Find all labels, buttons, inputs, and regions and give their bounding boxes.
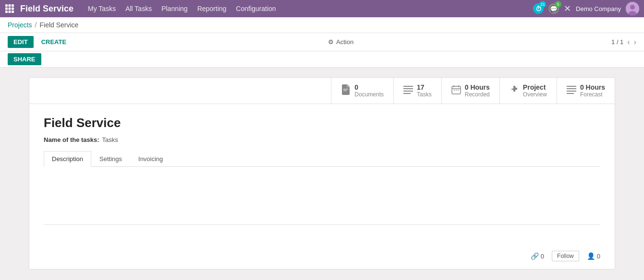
- card-footer: 🔗 0 Follow 👤 0: [29, 246, 615, 269]
- messages-count: 5: [555, 1, 561, 8]
- tab-content-description: [44, 176, 600, 215]
- breadcrumb-separator: /: [35, 21, 37, 29]
- divider: [44, 224, 600, 225]
- user-avatar[interactable]: [626, 2, 639, 15]
- stat-project-overview[interactable]: Project Overview: [499, 78, 557, 104]
- field-row-tasks: Name of the tasks: Tasks: [44, 136, 600, 143]
- nav-my-tasks[interactable]: My Tasks: [88, 5, 116, 12]
- nav-configuration[interactable]: Configuration: [236, 5, 276, 12]
- navbar-right: ⏱ 31 💬 5 ✕ Demo Company: [533, 2, 639, 15]
- tasks-badge-btn[interactable]: ⏱ 31: [533, 3, 544, 14]
- paperclip-icon: 🔗: [531, 252, 539, 260]
- stat-hours-forecast[interactable]: 0 Hours Forecast: [557, 78, 615, 104]
- main-area: 0 Documents 17 Tasks: [0, 68, 644, 280]
- svg-rect-4: [9, 8, 11, 10]
- svg-rect-8: [12, 11, 14, 13]
- nav-all-tasks[interactable]: All Tasks: [125, 5, 152, 12]
- breadcrumb: Projects / Field Service: [0, 17, 644, 33]
- stat-tasks-label: 17 Tasks: [417, 83, 432, 98]
- field-value: Tasks: [102, 136, 118, 143]
- attachments-item[interactable]: 🔗 0: [531, 252, 544, 260]
- puzzle-icon: [510, 85, 519, 97]
- create-button[interactable]: CREATE: [37, 36, 70, 48]
- project-title: Field Service: [44, 116, 600, 130]
- svg-point-10: [630, 5, 635, 10]
- tab-settings[interactable]: Settings: [91, 151, 130, 167]
- nav-reporting[interactable]: Reporting: [197, 5, 227, 12]
- action-label: Action: [336, 38, 353, 46]
- close-icon[interactable]: ✕: [564, 3, 571, 14]
- tabs: Description Settings Invoicing: [44, 151, 600, 167]
- prev-button[interactable]: ‹: [627, 38, 630, 47]
- navbar-menu: My Tasks All Tasks Planning Reporting Co…: [88, 5, 533, 12]
- project-card: 0 Documents 17 Tasks: [29, 77, 615, 269]
- svg-rect-0: [5, 4, 8, 7]
- company-name: Demo Company: [576, 5, 621, 12]
- app-title: Field Service: [20, 4, 73, 14]
- tasks-count: 31: [539, 1, 546, 8]
- navbar: Field Service My Tasks All Tasks Plannin…: [0, 0, 644, 17]
- messages-badge-btn[interactable]: 💬 5: [548, 3, 559, 14]
- svg-rect-3: [5, 8, 8, 10]
- calendar-icon: [451, 85, 461, 97]
- stat-documents[interactable]: 0 Documents: [331, 78, 393, 104]
- stat-hours-recorded[interactable]: 0 Hours Recorded: [441, 78, 499, 104]
- stats-bar: 0 Documents 17 Tasks: [29, 78, 615, 104]
- svg-rect-2: [12, 4, 14, 7]
- app-grid-icon[interactable]: [5, 4, 14, 13]
- action-button[interactable]: ⚙ Action: [324, 36, 357, 48]
- document-icon: [341, 84, 351, 97]
- next-button[interactable]: ›: [634, 38, 636, 47]
- share-bar: SHARE: [0, 51, 644, 68]
- gear-icon: ⚙: [328, 38, 334, 46]
- stat-hours-recorded-label: 0 Hours Recorded: [465, 83, 490, 98]
- svg-rect-7: [9, 11, 11, 13]
- tasks-list-icon: [403, 85, 413, 96]
- forecast-icon: [567, 85, 576, 96]
- followers-icon: 👤: [587, 252, 595, 260]
- svg-rect-5: [12, 8, 14, 10]
- follow-button[interactable]: Follow: [552, 251, 579, 261]
- tab-invoicing[interactable]: Invoicing: [130, 151, 171, 167]
- tab-description[interactable]: Description: [44, 151, 91, 167]
- card-body: Field Service Name of the tasks: Tasks D…: [29, 104, 615, 246]
- attachments-count: 0: [541, 253, 544, 260]
- nav-planning[interactable]: Planning: [161, 5, 188, 12]
- pagination-label: 1 / 1: [611, 38, 623, 46]
- stat-project-overview-label: Project Overview: [523, 83, 547, 98]
- followers-count: 0: [597, 253, 600, 260]
- toolbar: EDIT CREATE ⚙ Action 1 / 1 ‹ ›: [0, 33, 644, 51]
- svg-rect-1: [9, 4, 11, 7]
- breadcrumb-current: Field Service: [39, 21, 78, 29]
- share-button[interactable]: SHARE: [8, 53, 41, 65]
- followers-item[interactable]: 👤 0: [587, 252, 600, 260]
- field-label: Name of the tasks:: [44, 136, 99, 143]
- stat-tasks[interactable]: 17 Tasks: [393, 78, 441, 104]
- stat-documents-label: 0 Documents: [354, 83, 384, 98]
- edit-button[interactable]: EDIT: [8, 36, 34, 48]
- toolbar-right: 1 / 1 ‹ ›: [611, 38, 636, 47]
- svg-rect-6: [5, 11, 8, 13]
- stat-hours-forecast-label: 0 Hours Forecast: [580, 83, 605, 98]
- breadcrumb-parent[interactable]: Projects: [8, 21, 32, 29]
